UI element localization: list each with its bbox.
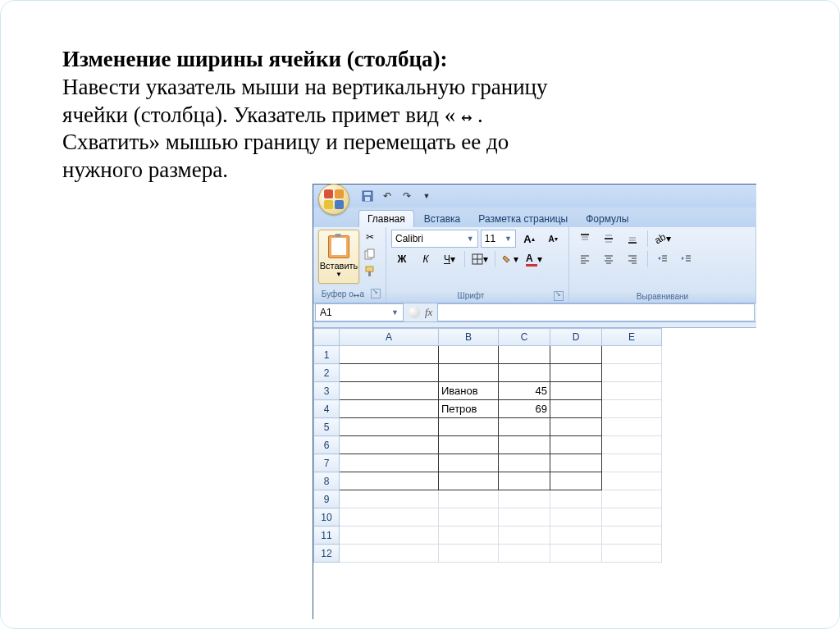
cell[interactable]: [340, 364, 439, 382]
cell[interactable]: [550, 454, 602, 472]
cell[interactable]: [602, 545, 662, 563]
formula-input[interactable]: [437, 303, 755, 321]
orientation-button[interactable]: ab▾: [652, 230, 673, 248]
tab-formulas[interactable]: Формулы: [578, 211, 637, 227]
cell-c3[interactable]: 45: [499, 382, 550, 400]
align-top-button[interactable]: [574, 230, 596, 248]
cell[interactable]: [550, 490, 602, 508]
cell[interactable]: [439, 545, 499, 563]
paste-button[interactable]: Вставить ▼: [318, 230, 359, 284]
bold-button[interactable]: Ж: [391, 250, 413, 268]
cell[interactable]: [499, 490, 550, 508]
row-header[interactable]: 1: [314, 346, 340, 364]
row-header[interactable]: 6: [314, 436, 340, 454]
cell[interactable]: [602, 454, 662, 472]
borders-button[interactable]: ▾: [469, 250, 491, 268]
row-header[interactable]: 10: [314, 508, 340, 526]
cell[interactable]: [602, 418, 662, 436]
cell[interactable]: [550, 436, 602, 454]
row-header[interactable]: 9: [314, 490, 340, 508]
cell[interactable]: [340, 346, 439, 364]
cell[interactable]: [340, 400, 439, 418]
align-middle-button[interactable]: [598, 230, 619, 248]
cell[interactable]: [499, 418, 550, 436]
cell[interactable]: [439, 454, 499, 472]
row-header[interactable]: 2: [314, 364, 340, 382]
cell[interactable]: [550, 545, 602, 563]
cell-b3[interactable]: Иванов: [439, 382, 499, 400]
cell[interactable]: [439, 364, 499, 382]
name-box[interactable]: A1 ▼: [315, 303, 404, 321]
cell[interactable]: [499, 436, 550, 454]
redo-icon[interactable]: ↷: [400, 189, 413, 203]
cell[interactable]: [550, 472, 602, 490]
font-color-button[interactable]: A▾: [523, 250, 545, 268]
cell[interactable]: [439, 508, 499, 526]
cell[interactable]: [550, 346, 602, 364]
qat-dropdown-icon[interactable]: ▼: [420, 189, 433, 203]
format-painter-icon[interactable]: [363, 264, 377, 279]
cell-b4[interactable]: Петров: [439, 400, 499, 418]
decrease-indent-button[interactable]: [652, 250, 673, 268]
fx-icon[interactable]: fx: [425, 306, 432, 319]
row-header[interactable]: 4: [314, 400, 340, 418]
cell-c4[interactable]: 69: [499, 400, 550, 418]
cell[interactable]: [602, 508, 662, 526]
cell[interactable]: [602, 472, 662, 490]
grow-font-button[interactable]: A▴: [518, 230, 540, 248]
cell[interactable]: [602, 346, 662, 364]
cell[interactable]: [340, 418, 439, 436]
col-header-a[interactable]: A: [340, 329, 439, 346]
cell[interactable]: [340, 382, 439, 400]
cell[interactable]: [602, 490, 662, 508]
col-header-b[interactable]: B: [439, 329, 499, 346]
clipboard-launcher-icon[interactable]: [371, 289, 381, 299]
cell[interactable]: [602, 382, 662, 400]
row-header[interactable]: 3: [314, 382, 340, 400]
cell[interactable]: [439, 418, 499, 436]
font-launcher-icon[interactable]: [554, 291, 564, 301]
cell[interactable]: [340, 454, 439, 472]
undo-icon[interactable]: ↶: [381, 189, 394, 203]
tab-insert[interactable]: Вставка: [416, 211, 469, 227]
row-header[interactable]: 7: [314, 454, 340, 472]
cell[interactable]: [550, 400, 602, 418]
fill-color-button[interactable]: ▾: [500, 250, 521, 268]
cut-icon[interactable]: ✂: [363, 230, 377, 244]
cell[interactable]: [340, 526, 439, 545]
office-button[interactable]: [318, 184, 349, 215]
cell[interactable]: [550, 508, 602, 526]
cell[interactable]: [499, 545, 550, 563]
increase-indent-button[interactable]: [676, 250, 697, 268]
cell[interactable]: [499, 454, 550, 472]
cell[interactable]: [439, 472, 499, 490]
align-center-button[interactable]: [598, 250, 619, 268]
cell[interactable]: [340, 472, 439, 490]
cell[interactable]: [340, 490, 439, 508]
row-header[interactable]: 11: [314, 526, 340, 545]
cell[interactable]: [550, 526, 602, 545]
cell[interactable]: [602, 436, 662, 454]
underline-button[interactable]: Ч▾: [439, 250, 460, 268]
font-name-combo[interactable]: Calibri▼: [391, 230, 478, 248]
cell[interactable]: [499, 346, 550, 364]
cell[interactable]: [439, 490, 499, 508]
cell[interactable]: [602, 526, 662, 545]
cell[interactable]: [602, 400, 662, 418]
col-header-c[interactable]: C: [499, 329, 550, 346]
row-header[interactable]: 5: [314, 418, 340, 436]
cell[interactable]: [340, 436, 439, 454]
cell[interactable]: [439, 436, 499, 454]
col-header-d[interactable]: D: [550, 329, 602, 346]
row-header[interactable]: 12: [314, 545, 340, 563]
font-size-combo[interactable]: 11▼: [481, 230, 516, 248]
select-all-corner[interactable]: [314, 329, 340, 346]
cell[interactable]: [439, 526, 499, 545]
cell[interactable]: [499, 508, 550, 526]
align-left-button[interactable]: [574, 250, 596, 268]
tab-home[interactable]: Главная: [358, 210, 414, 227]
cell[interactable]: [499, 472, 550, 490]
align-bottom-button[interactable]: [622, 230, 643, 248]
tab-page-layout[interactable]: Разметка страницы: [470, 211, 576, 227]
copy-icon[interactable]: [363, 247, 377, 262]
